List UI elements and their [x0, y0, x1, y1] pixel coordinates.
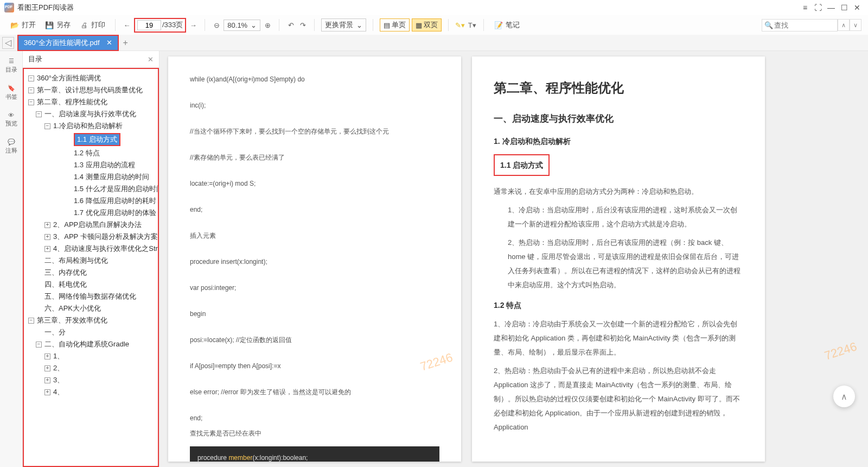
highlight-icon[interactable]: ✎▾: [455, 20, 465, 30]
toc-close-icon[interactable]: ✕: [148, 55, 154, 64]
toc-item[interactable]: −第三章、开发效率优化: [26, 314, 156, 326]
collapse-icon[interactable]: −: [28, 87, 34, 93]
menu-icon[interactable]: ≡: [799, 1, 812, 14]
toc-item[interactable]: 1.7 优化应用启动时的体验: [26, 207, 156, 219]
expand-icon[interactable]: +: [44, 234, 50, 240]
code-line: var posi:integer;: [190, 281, 439, 294]
search-next-icon[interactable]: ∨: [850, 19, 861, 31]
expand-icon[interactable]: +: [44, 377, 50, 383]
fullscreen-icon[interactable]: ⛶: [812, 1, 825, 14]
expand-icon[interactable]: +: [44, 365, 50, 371]
toc-item[interactable]: +2、: [26, 362, 156, 374]
expand-icon[interactable]: +: [44, 246, 50, 252]
page-right: 第二章、程序性能优化 一、启动速度与执行效率优化 1. 冷启动和热启动解析 1.…: [472, 56, 765, 462]
zoom-out-icon[interactable]: ⊖: [212, 20, 221, 30]
toc-item[interactable]: 1.4 测量应用启动的时间: [26, 171, 156, 183]
toc-panel: 目录 ✕ −360°全方面性能调优−第一章、设计思想与代码质量优化−第二章、程序…: [23, 51, 159, 467]
note-icon: 📝: [494, 20, 503, 30]
toc-item[interactable]: 1.2 特点: [26, 147, 156, 159]
expand-icon[interactable]: +: [44, 389, 50, 395]
saveas-button[interactable]: 💾 另存: [41, 18, 74, 31]
toc-item[interactable]: +1、: [26, 350, 156, 362]
toc-tree[interactable]: −360°全方面性能调优−第一章、设计思想与代码质量优化−第二章、程序性能优化−…: [23, 68, 159, 467]
side-comment[interactable]: 💬 注释: [5, 136, 17, 157]
toc-item[interactable]: +4、启动速度与执行效率优化之StrictM: [26, 243, 156, 255]
toc-item[interactable]: 三、内存优化: [26, 267, 156, 279]
next-page-icon[interactable]: →: [188, 20, 198, 30]
zoom-select[interactable]: 80.1% ⌄: [224, 20, 260, 31]
toc-item[interactable]: +3、APP 卡顿问题分析及解决方案: [26, 231, 156, 243]
toc-item[interactable]: 二、布局检测与优化: [26, 255, 156, 267]
background-select[interactable]: 更换背景 ⌄: [321, 18, 366, 31]
collapse-icon[interactable]: −: [28, 99, 34, 105]
toc-item[interactable]: −360°全方面性能调优: [26, 72, 156, 84]
side-rail: ☰ 目录 🔖 书签 👁 预览 💬 注释: [0, 51, 23, 467]
code-line: [190, 268, 439, 281]
zoom-in-icon[interactable]: ⊕: [263, 20, 272, 30]
toc-item[interactable]: −第一章、设计思想与代码质量优化: [26, 84, 156, 96]
chevron-up-icon: ∧: [841, 392, 847, 402]
collapse-icon[interactable]: −: [28, 75, 34, 81]
new-tab-icon[interactable]: +: [123, 38, 128, 48]
toc-item[interactable]: 六、APK大小优化: [26, 302, 156, 314]
single-page-button[interactable]: ▤ 单页: [380, 18, 410, 31]
note-button[interactable]: 📝 笔记: [490, 18, 523, 31]
toc-label: 二、布局检测与优化: [44, 256, 108, 266]
undo-icon[interactable]: ↶: [286, 20, 296, 30]
open-button[interactable]: 📂 打开: [7, 18, 39, 31]
tab-close-icon[interactable]: ✕: [106, 39, 112, 47]
bg-label: 更换背景: [325, 20, 353, 30]
toc-label: 2、APP启动黑白屏解决办法: [53, 220, 142, 230]
toc-item[interactable]: −1.冷启动和热启动解析: [26, 120, 156, 132]
tab-scroll-left-icon[interactable]: ◁: [2, 37, 14, 49]
note-label: 笔记: [506, 20, 520, 30]
page-total: /333页: [162, 20, 183, 30]
collapse-icon[interactable]: −: [36, 111, 42, 117]
scroll-top-button[interactable]: ∧: [833, 386, 855, 407]
close-window-icon[interactable]: ✕: [851, 1, 864, 14]
toc-item[interactable]: +4、: [26, 386, 156, 398]
print-button[interactable]: 🖨 打印: [76, 18, 108, 31]
double-page-button[interactable]: ▦ 双页: [412, 18, 442, 31]
redo-icon[interactable]: ↷: [298, 20, 308, 30]
side-bookmark[interactable]: 🔖 书签: [5, 83, 17, 103]
toc-item[interactable]: −二、自动化构建系统Gradle: [26, 338, 156, 350]
expand-icon[interactable]: +: [44, 354, 50, 359]
page-viewport[interactable]: while (ix)and(A[(orig+i)mod S]empty) do …: [159, 51, 868, 467]
code-line: inc(i);: [190, 99, 439, 112]
side-preview[interactable]: 👁 预览: [5, 110, 17, 130]
maximize-icon[interactable]: ☐: [838, 1, 851, 14]
code-line: locate:=(orig+i) mod S;: [190, 177, 439, 190]
subsection-title: 1. 冷启动和热启动解析: [494, 134, 743, 149]
collapse-icon[interactable]: −: [36, 342, 42, 348]
collapse-icon[interactable]: −: [44, 123, 50, 129]
collapse-icon[interactable]: −: [28, 318, 34, 324]
toc-item[interactable]: 1.3 应用启动的流程: [26, 159, 156, 171]
tab-label: 360°全方面性能调优.pdf: [24, 38, 100, 48]
search-prev-icon[interactable]: ∧: [838, 19, 850, 31]
search-input[interactable]: [762, 19, 838, 31]
toc-item[interactable]: 一、分: [26, 326, 156, 338]
minimize-icon[interactable]: —: [825, 1, 838, 14]
toc-item[interactable]: 1.1 启动方式: [26, 132, 156, 147]
code-line: [190, 112, 439, 125]
open-label: 打开: [22, 20, 36, 30]
toc-item[interactable]: −一、启动速度与执行效率优化: [26, 108, 156, 120]
code-line: [190, 373, 439, 386]
toc-item[interactable]: +2、APP启动黑白屏解决办法: [26, 219, 156, 231]
side-toc[interactable]: ☰ 目录: [5, 55, 17, 76]
toc-item[interactable]: 1.5 什么才是应用的启动时间: [26, 183, 156, 195]
prev-page-icon[interactable]: ←: [122, 20, 132, 30]
page-input[interactable]: [137, 20, 161, 30]
text-tool-icon[interactable]: T▾: [467, 20, 477, 30]
toc-item[interactable]: +3、: [26, 374, 156, 386]
paragraph: 2、热启动：热启动由于会从已有的进程中来启动，所以热启动就不会走 Applica…: [494, 364, 743, 434]
toc-item[interactable]: −第二章、程序性能优化: [26, 96, 156, 108]
toc-label: 1、: [53, 351, 64, 361]
toc-label: 1.7 优化应用启动时的体验: [74, 208, 156, 218]
toc-item[interactable]: 四、耗电优化: [26, 279, 156, 291]
toc-item[interactable]: 五、网络传输与数据存储优化: [26, 291, 156, 302]
toc-item[interactable]: 1.6 降低应用启动时的耗时: [26, 195, 156, 207]
document-tab[interactable]: 360°全方面性能调优.pdf ✕: [17, 35, 119, 51]
expand-icon[interactable]: +: [44, 222, 50, 228]
